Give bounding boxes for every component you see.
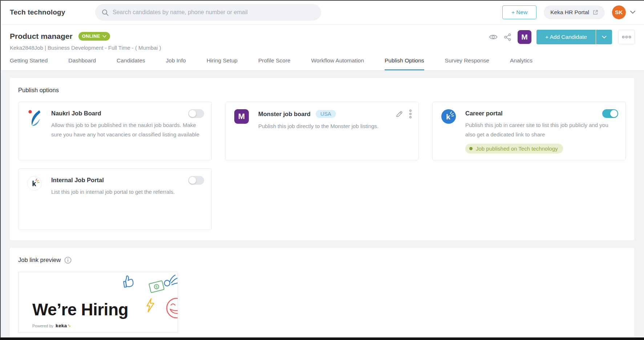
add-candidate-dropdown[interactable] [596, 30, 612, 44]
career-portal-card: k Career portal Publish this job in care… [432, 102, 626, 160]
eye-icon [489, 34, 498, 40]
job-title: Product manager [10, 32, 73, 41]
card-title: Naukri Job Board [51, 110, 101, 117]
card-description: Allow this job to be published in the na… [51, 120, 204, 139]
powered-by-label: Powered by [32, 324, 53, 328]
card-description: Publish this job directly to the Monster… [258, 122, 411, 131]
share-job-button[interactable] [504, 33, 511, 41]
add-candidate-button[interactable]: + Add Candidate [536, 30, 596, 44]
monster-logo: M [234, 109, 249, 124]
keka-hr-portal-button[interactable]: Keka HR Portal [544, 5, 605, 19]
screen-bottom-strip [0, 337, 644, 340]
publish-options-heading: Publish options [18, 87, 626, 94]
more-actions-button[interactable] [618, 30, 635, 44]
info-icon[interactable] [64, 257, 72, 264]
search-icon [102, 9, 109, 16]
svg-text:$: $ [155, 284, 158, 289]
tab-profile-score[interactable]: Profile Score [258, 51, 291, 70]
published-status-label: Job published on Tech technology [476, 146, 558, 152]
add-candidate-split-button: + Add Candidate [536, 30, 612, 44]
new-button[interactable]: + New [502, 5, 536, 19]
preview-job-button[interactable] [489, 34, 498, 40]
laughing-face-doodle [165, 297, 178, 319]
naukri-job-board-card: Naukri Job Board Allow this job to be pu… [18, 102, 212, 160]
company-name: Tech technology [10, 8, 65, 16]
top-bar: Tech technology + New Keka HR Portal SK [0, 0, 644, 25]
job-tabs: Getting Started Dashboard Candidates Job… [0, 51, 644, 71]
internal-job-portal-card: k Internal Job Portal List this job in i… [18, 168, 212, 230]
naukri-publish-toggle[interactable] [188, 109, 204, 118]
edit-monster-button[interactable] [396, 110, 403, 118]
keka-wordmark: keka [56, 323, 67, 328]
tab-publish-options[interactable]: Publish Options [385, 51, 424, 70]
card-title: Internal Job Portal [51, 177, 104, 184]
tab-hiring-setup[interactable]: Hiring Setup [207, 51, 238, 70]
ok-hand-doodle [161, 272, 178, 290]
tab-getting-started[interactable]: Getting Started [10, 51, 48, 70]
tab-candidates[interactable]: Candidates [117, 51, 145, 70]
job-status-label: ONLINE [82, 34, 100, 39]
career-portal-publish-toggle[interactable] [602, 109, 618, 118]
chevron-down-icon [630, 11, 635, 14]
job-link-preview-heading: Job link preview [18, 257, 61, 263]
region-badge: USA [316, 110, 336, 118]
monster-logo[interactable]: M [518, 30, 531, 44]
job-header: Product manager ONLINE Keka2848Job | Bus… [0, 25, 644, 51]
monster-job-board-card: M Monster job board USA Publish this job… [225, 102, 419, 160]
status-dot [469, 147, 473, 150]
share-icon [504, 33, 511, 41]
publish-options-section: Publish options Naukri Job Board Allow t… [10, 78, 634, 240]
card-description: Publish this job in career site to list … [465, 120, 618, 139]
monster-options-button[interactable] [409, 109, 412, 119]
tab-analytics[interactable]: Analytics [510, 51, 532, 70]
keka-spark-icon [68, 324, 71, 327]
thumbs-up-doodle [120, 273, 137, 290]
tab-dashboard[interactable]: Dashboard [68, 51, 96, 70]
tab-job-info[interactable]: Job Info [166, 51, 186, 70]
job-subtitle: Keka2848Job | Business Development - Ful… [10, 45, 644, 51]
search-input[interactable] [113, 9, 315, 16]
pencil-icon [396, 110, 403, 118]
window-top-edge [0, 0, 644, 1]
keka-internal-logo: k [27, 176, 42, 191]
published-status-badge: Job published on Tech technology [465, 144, 563, 153]
internal-portal-publish-toggle[interactable] [188, 176, 204, 185]
card-description: List this job in internal job portal to … [51, 187, 204, 197]
keka-logo: k [441, 109, 456, 124]
card-title: Monster job board [258, 111, 311, 118]
kebab-menu-icon [409, 109, 412, 119]
user-avatar[interactable]: SK [612, 5, 626, 19]
chevron-down-icon [102, 35, 106, 38]
job-status-badge[interactable]: ONLINE [78, 32, 110, 41]
svg-text:k: k [446, 112, 450, 121]
job-link-preview-section: Job link preview $ [10, 248, 634, 340]
chevron-down-icon [602, 36, 607, 38]
more-horizontal-icon [622, 36, 631, 38]
banner-title: We’re Hiring [32, 300, 128, 319]
card-title: Career portal [465, 110, 503, 117]
external-link-icon [592, 9, 598, 15]
window-left-edge [0, 0, 1, 340]
naukri-logo [27, 109, 42, 126]
account-menu-chevron[interactable] [630, 11, 635, 14]
job-banner-preview[interactable]: $ We’re Hiring Powered by keka [18, 272, 178, 333]
portal-button-label: Keka HR Portal [550, 9, 589, 16]
tab-workflow-automation[interactable]: Workflow Automation [311, 51, 364, 70]
lightning-doodle [146, 298, 155, 313]
candidate-search[interactable] [95, 4, 321, 21]
tab-survey-response[interactable]: Survey Response [445, 51, 489, 70]
powered-by: Powered by keka [32, 323, 71, 329]
